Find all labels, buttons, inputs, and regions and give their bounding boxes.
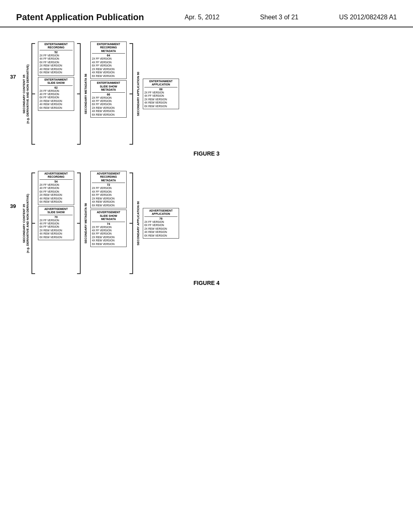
- outer-brace-fig4: [29, 171, 36, 276]
- app-brace-fig4: [129, 171, 135, 276]
- secondary-content-label-fig4: SECONDARY CONTENT 35(e.g. DERIVATIVE AND…: [22, 194, 29, 253]
- secondary-metadata-label-fig3: SECONDARY METADATA 58: [84, 74, 88, 114]
- secondary-metadata-label-fig4: SECONDARY METADATA 58: [84, 203, 88, 243]
- page-header: Patent Application Publication Apr. 5, 2…: [0, 0, 413, 27]
- entertainment-slideshow-box-fig3: ENTERTAINMENTSLIDE SHOW 62 2X FF VERSION…: [38, 77, 74, 111]
- patent-number: US 2012/082428 A1: [339, 12, 397, 21]
- publication-date: Apr. 5, 2012: [185, 12, 219, 21]
- figure4-caption: FIGURE 4: [10, 280, 403, 286]
- ref-39: 39: [10, 203, 16, 209]
- metadata-brace-fig4: [76, 171, 83, 276]
- entertainment-slideshow-metadata-box: ENTERTAINMENTSLIDE SHOWMETADATA 66 2X FF…: [90, 80, 127, 118]
- metadata-brace-fig3: [76, 42, 83, 146]
- secondary-content-label-fig3: SECONDARY CONTENT 35(e.g. DERIVATIVE AND…: [22, 64, 29, 124]
- publication-title: Patent Application Publication: [16, 12, 144, 23]
- advertisement-recording-box-fig4: ADVERTISEMENTRECORDING 54 2X FF VERSION4…: [38, 171, 74, 205]
- sheet-info: Sheet 3 of 21: [260, 12, 298, 21]
- advertisement-slideshow-metadata-box: ADVERTISEMENTSLIDE SHOWMETADATA 74 2X FF…: [90, 210, 127, 247]
- secondary-app-label-fig3: SECONDARY APPLICATION 60: [136, 72, 140, 116]
- app-brace-fig3: [129, 42, 135, 146]
- secondary-app-label-fig4: SECONDARY APPLICATION 60: [136, 201, 140, 245]
- entertainment-recording-box-fig3: ENTERTAINMENTRECORDING 52 2X FF VERSION4…: [38, 42, 74, 76]
- figure3-caption: FIGURE 3: [10, 150, 403, 157]
- advertisement-slideshow-box-fig4: ADVERTISEMENTSLIDE SHOW 70 2X FF VERSION…: [38, 206, 74, 241]
- outer-brace-fig3: [29, 42, 36, 146]
- advertisement-application-box: ADVERTISEMENTAPPLICATION 76 2X FF VERSIO…: [143, 208, 179, 239]
- advertisement-recording-metadata-box: ADVERTISEMENTRECORDINGMETADATA 72 2X FF …: [90, 171, 127, 208]
- entertainment-application-box: ENTERTAINMENTAPPLICATION 68 2X FF VERSIO…: [143, 79, 179, 109]
- page-body: 37 SECONDARY CONTENT 35(e.g. DERIVATIVE …: [0, 27, 413, 298]
- ref-37: 37: [10, 74, 16, 80]
- entertainment-recording-metadata-box: ENTERTAINMENTRECORDINGMETADATA 64 2X FF …: [90, 42, 127, 79]
